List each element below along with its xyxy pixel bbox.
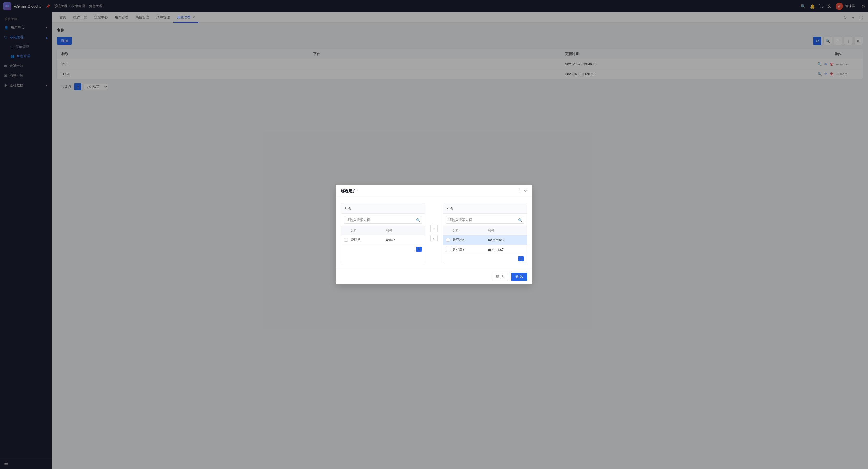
dialog-expand-icon[interactable]: ⛶ xyxy=(517,189,521,194)
dialog-title: 绑定用户 xyxy=(341,189,356,194)
right-search: 🔍 xyxy=(443,213,527,227)
left-panel-title: 1 项 xyxy=(341,203,425,213)
dialog-footer: 取 消 确 认 xyxy=(336,269,532,284)
right-table-header: 名称 账号 xyxy=(443,227,527,235)
transfer-area: 1 项 🔍 名称 账号 管理员 admin xyxy=(341,203,527,264)
arrow-right-btn[interactable]: › xyxy=(430,225,438,232)
right-pagination: 1 xyxy=(443,255,527,263)
right-row-2-name: 唐亚峰7 xyxy=(453,247,488,252)
right-col-account: 账号 xyxy=(488,229,524,233)
dialog-overlay: 绑定用户 ⛶ ✕ 1 项 🔍 名称 账号 xyxy=(0,0,868,469)
right-row-2-checkbox[interactable] xyxy=(446,248,450,251)
dialog-header: 绑定用户 ⛶ ✕ xyxy=(336,185,532,198)
right-row-1[interactable]: 唐亚峰5 memmsc5 xyxy=(443,235,527,245)
right-search-icon: 🔍 xyxy=(518,218,522,222)
left-row-1-checkbox[interactable] xyxy=(344,238,348,242)
left-row-1-account: admin xyxy=(386,238,422,242)
transfer-arrows: › ‹ xyxy=(429,203,439,264)
left-search: 🔍 xyxy=(341,213,425,227)
left-search-icon: 🔍 xyxy=(416,218,420,222)
cancel-button[interactable]: 取 消 xyxy=(492,272,508,281)
transfer-right-panel: 2 项 🔍 名称 账号 唐亚峰5 memmsc5 xyxy=(443,203,527,264)
right-col-check xyxy=(446,229,453,233)
left-row-1[interactable]: 管理员 admin xyxy=(341,235,425,245)
transfer-left-panel: 1 项 🔍 名称 账号 管理员 admin xyxy=(341,203,425,264)
left-page-badge: 1 xyxy=(416,247,422,252)
right-row-2-account: memmsc7 xyxy=(488,248,524,252)
right-row-1-account: memmsc5 xyxy=(488,238,524,242)
left-search-input[interactable] xyxy=(344,216,422,224)
right-row-1-name: 唐亚峰5 xyxy=(453,238,488,242)
right-search-input[interactable] xyxy=(446,216,524,224)
left-pagination: 1 xyxy=(341,245,425,254)
arrow-left-btn[interactable]: ‹ xyxy=(430,235,438,242)
bind-user-dialog: 绑定用户 ⛶ ✕ 1 项 🔍 名称 账号 xyxy=(336,185,532,284)
right-row-1-checkbox[interactable] xyxy=(446,238,450,242)
dialog-body: 1 项 🔍 名称 账号 管理员 admin xyxy=(336,198,532,269)
left-col-account: 账号 xyxy=(386,229,422,233)
right-col-name: 名称 xyxy=(453,229,488,233)
left-col-name: 名称 xyxy=(350,229,386,233)
right-page-badge: 1 xyxy=(518,257,524,261)
right-panel-title: 2 项 xyxy=(443,203,527,213)
left-row-1-name: 管理员 xyxy=(350,238,386,242)
right-row-2[interactable]: 唐亚峰7 memmsc7 xyxy=(443,245,527,255)
confirm-button[interactable]: 确 认 xyxy=(511,272,527,281)
left-col-check xyxy=(344,229,350,233)
dialog-close-icon[interactable]: ✕ xyxy=(524,189,527,194)
left-table-header: 名称 账号 xyxy=(341,227,425,235)
dialog-header-actions: ⛶ ✕ xyxy=(517,189,527,194)
